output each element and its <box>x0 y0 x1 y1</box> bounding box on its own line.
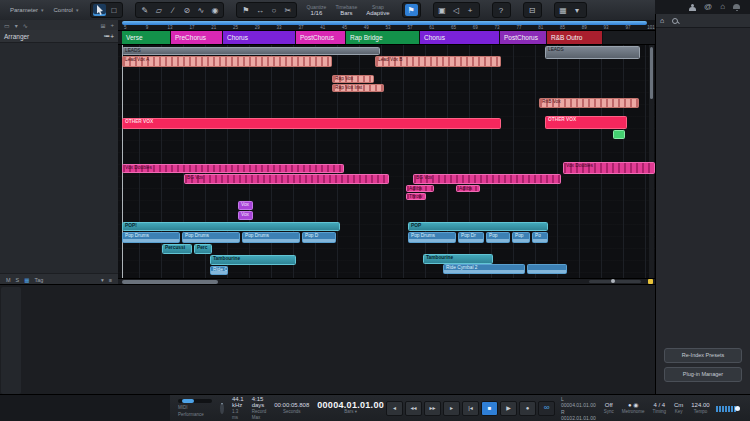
arranger-section[interactable]: PostChorus <box>500 31 547 44</box>
chevron-down-icon[interactable]: ▾ <box>571 4 584 16</box>
quantize-setting[interactable]: Quantize 1/16 <box>306 4 326 16</box>
audio-region[interactable]: LEADS <box>122 47 380 55</box>
reindex-presets-button[interactable]: Re-Index Presets <box>664 348 742 363</box>
profile-icon[interactable] <box>689 4 696 11</box>
performance-meter[interactable]: MIDI Performance <box>178 399 212 418</box>
audio-region[interactable]: Vox Doubles <box>122 164 344 173</box>
automation-icon[interactable]: ∿ <box>23 22 28 29</box>
previous-bar-button[interactable]: ◂ <box>386 401 403 416</box>
sync-display[interactable]: Off Sync <box>604 402 614 415</box>
arranger-section[interactable]: R&B Outro <box>547 31 603 44</box>
eraser-tool-button[interactable]: ▱ <box>152 4 165 16</box>
loop-button[interactable]: ∞ <box>538 401 555 416</box>
audio-region[interactable]: Po <box>532 232 548 243</box>
metronome-display[interactable]: ● ◉ Metronome <box>622 402 645 415</box>
add-track-button[interactable]: + <box>110 22 114 28</box>
audio-region[interactable]: Rap Vox <box>332 75 374 83</box>
tag-label[interactable]: Tag <box>34 277 43 283</box>
arranger-section[interactable]: Chorus <box>223 31 296 44</box>
audio-region[interactable]: Pop <box>486 232 510 243</box>
snap-setting[interactable]: Snap Adaptive <box>366 4 389 16</box>
audio-region[interactable]: Ride C <box>210 266 228 275</box>
arranger-section[interactable]: Verse <box>122 31 171 44</box>
audio-region[interactable]: Pop Drums <box>122 232 180 243</box>
audio-region[interactable]: Pop Drums <box>408 232 456 243</box>
key-display[interactable]: Cm Key <box>674 402 683 415</box>
audio-region[interactable]: LEADS <box>545 46 640 59</box>
audio-region[interactable] <box>527 264 567 274</box>
marker-tool-button[interactable]: ⚑ <box>239 4 252 16</box>
pencil-tool-button[interactable]: ✎ <box>138 4 151 16</box>
plugin-manager-button[interactable]: Plug-in Manager <box>664 367 742 382</box>
audio-region[interactable]: Vox Doubles <box>563 162 655 174</box>
audio-region[interactable]: Vox <box>238 211 253 220</box>
audio-region[interactable]: Pop Drums <box>182 232 240 243</box>
autoscroll-button[interactable]: ⚑ <box>405 4 418 16</box>
pad-icon-button[interactable]: ▣ <box>436 4 449 16</box>
loop-range-bar[interactable] <box>122 21 647 25</box>
arranger-section[interactable]: Chorus <box>420 31 500 44</box>
mute-all-button[interactable]: M <box>6 277 11 283</box>
audio-region[interactable]: Perc <box>194 244 212 254</box>
time-signature-display[interactable]: 4 / 4 Timing <box>653 402 666 415</box>
audio-region[interactable]: OTHER VOX <box>545 116 627 129</box>
timebase-setting[interactable]: Timebase Bars <box>335 4 357 16</box>
zoom-tool-button[interactable]: ○ <box>267 4 280 16</box>
audio-region[interactable]: Rap Vox Inst <box>332 84 384 92</box>
precount-icon[interactable]: ● <box>628 402 632 408</box>
audio-region[interactable]: BG Vox <box>413 174 561 184</box>
audio-region[interactable]: Percussi <box>162 244 192 254</box>
fast-forward-button[interactable]: ▸▸ <box>424 401 441 416</box>
return-to-zero-button[interactable]: |◂ <box>462 401 479 416</box>
control-dropdown[interactable]: Control ▾ <box>54 7 79 13</box>
playhead[interactable] <box>122 45 123 278</box>
arranger-section[interactable]: PostChorus <box>296 31 346 44</box>
record-button[interactable]: ● <box>519 401 536 416</box>
parameter-dropdown[interactable]: Parameter ▾ <box>10 7 44 13</box>
audio-region[interactable]: Pop D <box>302 232 336 243</box>
audio-region[interactable]: Adlibs <box>456 185 480 192</box>
sphere-icon[interactable]: @ <box>704 3 712 11</box>
audio-region[interactable] <box>613 130 625 139</box>
audio-region[interactable]: BG Vox <box>184 174 389 184</box>
zoom-slider-handle[interactable] <box>611 279 615 283</box>
audio-region[interactable]: RnB Vox <box>539 98 639 108</box>
notifications-icon[interactable] <box>733 3 740 11</box>
split-tool-button[interactable]: ✂ <box>281 4 294 16</box>
arrow-tool-button[interactable] <box>93 4 106 16</box>
zoom-slider[interactable] <box>589 280 641 283</box>
play-button[interactable]: ▶ <box>500 401 517 416</box>
grid-icon[interactable]: ⊞ <box>100 22 105 29</box>
add-icon[interactable]: + <box>110 33 114 40</box>
speaker-icon-button[interactable]: ◁ <box>450 4 463 16</box>
edit-view-button[interactable]: Edit <box>741 395 750 421</box>
arranger-section[interactable]: Rap Bridge <box>346 31 420 44</box>
browse-home-icon[interactable]: ⌂ <box>660 17 664 24</box>
audio-region[interactable]: Lead Vox B <box>375 56 501 67</box>
mix-view-button[interactable]: ▦ <box>557 4 570 16</box>
listen-tool-button[interactable]: ◉ <box>208 4 221 16</box>
tempo-display[interactable]: 124.00 Tempo <box>691 402 709 415</box>
view-icon[interactable]: ▦ <box>24 277 29 283</box>
audio-region[interactable]: Pop Drums <box>242 232 300 243</box>
audio-region[interactable]: POP! <box>122 222 340 231</box>
audio-region[interactable]: Ride Cymbal 2 <box>443 264 525 274</box>
audio-region[interactable]: Adlibs <box>406 185 434 192</box>
position-display[interactable]: 00004.01.01.00 Bars ▾ <box>317 402 384 415</box>
keyboard-button[interactable]: ⊟ <box>526 4 539 16</box>
timestretch-tool-button[interactable]: ↔ <box>253 4 266 16</box>
metronome-icon[interactable]: ◉ <box>633 402 638 408</box>
home-icon[interactable]: ⌂ <box>720 3 725 11</box>
audio-region[interactable]: Throw <box>406 193 426 200</box>
audio-region[interactable]: POP <box>408 222 548 231</box>
timeline-ruler[interactable]: 5913172125293337414549535761656973778185… <box>118 20 655 31</box>
audio-region[interactable]: Pop Dr <box>458 232 484 243</box>
audio-region[interactable]: Lead Vox A <box>122 56 332 67</box>
select-tracks-icon[interactable]: ▭ <box>4 22 10 29</box>
arranger-section[interactable]: PreChorus <box>171 31 223 44</box>
audio-region[interactable]: Tambourine <box>423 254 493 264</box>
chevron-down-icon[interactable]: ▾ <box>15 22 18 29</box>
bend-tool-button[interactable]: ∿ <box>194 4 207 16</box>
help-button[interactable]: ? <box>495 4 508 16</box>
chevron-down-icon[interactable]: ▾ <box>101 277 104 283</box>
